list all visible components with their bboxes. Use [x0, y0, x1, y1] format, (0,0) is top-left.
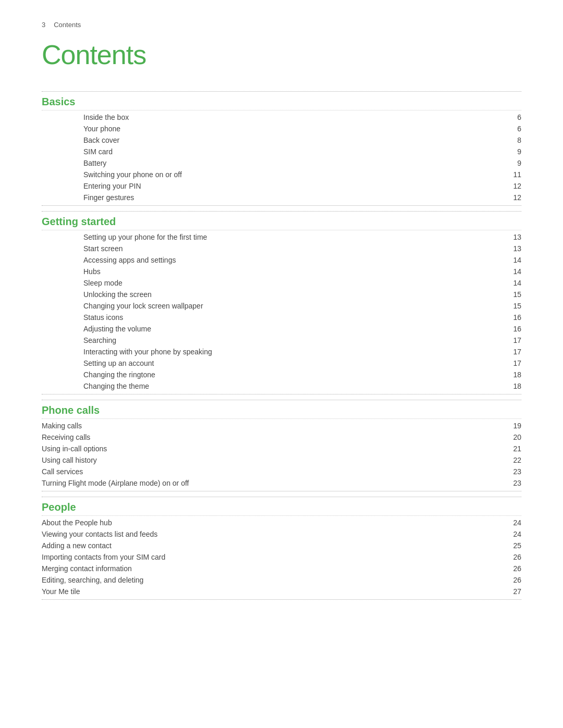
toc-item: Status icons16	[42, 312, 521, 323]
toc-item: Importing contacts from your SIM card26	[42, 551, 521, 563]
toc-item-page: 23	[506, 479, 521, 487]
toc-item-text: SIM card	[42, 147, 113, 156]
toc-item-text: Using in-call options	[42, 445, 107, 453]
toc-item-text: Inside the box	[42, 113, 129, 121]
toc-item-page: 25	[506, 541, 521, 550]
toc-item-page: 24	[506, 519, 521, 527]
toc-item: Your phone6	[42, 123, 521, 134]
toc-item: Merging contact information26	[42, 563, 521, 574]
toc-item-text: Battery	[42, 159, 106, 167]
toc-item: Editing, searching, and deleting26	[42, 574, 521, 586]
toc-item: Receiving calls20	[42, 431, 521, 443]
toc-item-text: Merging contact information	[42, 564, 132, 573]
toc-item-page: 17	[506, 336, 521, 344]
toc-item: Making calls19	[42, 420, 521, 431]
toc-item-text: Call services	[42, 467, 83, 476]
toc-item-page: 15	[506, 290, 521, 299]
toc-item: Setting up an account17	[42, 357, 521, 369]
toc-item: Your Me tile27	[42, 586, 521, 597]
toc-item-text: Adjusting the volume	[42, 325, 151, 333]
toc-item-text: Editing, searching, and deleting	[42, 576, 143, 584]
toc-item-page: 26	[506, 564, 521, 573]
toc-item-page: 18	[506, 371, 521, 379]
toc-item: SIM card9	[42, 146, 521, 157]
toc-item-page: 6	[506, 113, 521, 121]
toc-item-page: 18	[506, 382, 521, 390]
toc-list-phone-calls: Making calls19Receiving calls20Using in-…	[42, 420, 521, 489]
toc-item-text: Back cover	[42, 136, 119, 144]
toc-item-text: Receiving calls	[42, 433, 90, 441]
page-label: Contents	[54, 21, 81, 29]
toc-item: Changing the ringtone18	[42, 369, 521, 380]
toc-item-page: 14	[506, 267, 521, 276]
toc-item-text: Importing contacts from your SIM card	[42, 553, 165, 561]
toc-item-page: 13	[506, 233, 521, 241]
toc-item: Changing your lock screen wallpaper15	[42, 300, 521, 312]
toc-item-page: 17	[506, 359, 521, 367]
toc-item-text: Your Me tile	[42, 587, 80, 596]
toc-item-text: Setting up an account	[42, 359, 154, 367]
toc-item-text: Entering your PIN	[42, 182, 141, 190]
toc-item-page: 11	[506, 170, 521, 179]
toc-item-text: Start screen	[42, 244, 123, 253]
toc-item-page: 23	[506, 467, 521, 476]
toc-item: Call services23	[42, 466, 521, 477]
page-title: Contents	[42, 39, 521, 70]
toc-item-page: 16	[506, 313, 521, 322]
toc-item-text: Adding a new contact	[42, 541, 112, 550]
toc-item: Sleep mode14	[42, 277, 521, 289]
toc-item-text: About the People hub	[42, 519, 112, 527]
toc-item-text: Searching	[42, 336, 116, 344]
toc-item: Viewing your contacts list and feeds24	[42, 528, 521, 540]
toc-item: Turning Flight mode (Airplane mode) on o…	[42, 477, 521, 489]
toc-item: Accessing apps and settings14	[42, 254, 521, 266]
toc-item-page: 6	[506, 125, 521, 133]
section-phone-calls: Phone callsMaking calls19Receiving calls…	[42, 400, 521, 491]
toc-item-text: Finger gestures	[42, 193, 134, 202]
toc-item-page: 20	[506, 433, 521, 441]
toc-item-page: 26	[506, 553, 521, 561]
toc-item-page: 15	[506, 302, 521, 310]
toc-item-text: Sleep mode	[42, 279, 123, 287]
toc-item: Switching your phone on or off11	[42, 169, 521, 180]
toc-item-page: 9	[506, 159, 521, 167]
toc-item: Adding a new contact25	[42, 540, 521, 551]
toc-item-text: Switching your phone on or off	[42, 170, 182, 179]
toc-item: Changing the theme18	[42, 380, 521, 392]
toc-item-page: 9	[506, 147, 521, 156]
toc-item-page: 12	[506, 193, 521, 202]
toc-container: BasicsInside the box6Your phone6Back cov…	[42, 91, 521, 600]
section-header-basics: Basics	[42, 96, 521, 108]
toc-item: Finger gestures12	[42, 192, 521, 203]
section-basics: BasicsInside the box6Your phone6Back cov…	[42, 91, 521, 206]
toc-item-text: Changing your lock screen wallpaper	[42, 302, 203, 310]
toc-item: Using call history22	[42, 454, 521, 466]
toc-item: Unlocking the screen15	[42, 289, 521, 300]
toc-item: Battery9	[42, 157, 521, 169]
toc-item: Hubs14	[42, 266, 521, 277]
section-people: PeopleAbout the People hub24Viewing your…	[42, 497, 521, 600]
toc-item-page: 8	[506, 136, 521, 144]
toc-item-page: 13	[506, 244, 521, 253]
toc-item-page: 12	[506, 182, 521, 190]
toc-item-text: Changing the ringtone	[42, 371, 155, 379]
toc-item-text: Interacting with your phone by speaking	[42, 348, 212, 356]
toc-item-text: Viewing your contacts list and feeds	[42, 530, 157, 538]
toc-item-page: 16	[506, 325, 521, 333]
toc-item-text: Changing the theme	[42, 382, 149, 390]
toc-item: Inside the box6	[42, 112, 521, 123]
toc-item-text: Status icons	[42, 313, 123, 322]
toc-item-text: Your phone	[42, 125, 120, 133]
toc-item-page: 27	[506, 587, 521, 596]
toc-item-page: 22	[506, 456, 521, 464]
toc-item-text: Unlocking the screen	[42, 290, 152, 299]
toc-item-text: Setting up your phone for the first time	[42, 233, 207, 241]
toc-item: Using in-call options21	[42, 443, 521, 454]
toc-item-page: 17	[506, 348, 521, 356]
toc-item-page: 14	[506, 279, 521, 287]
toc-item-page: 24	[506, 530, 521, 538]
toc-item-page: 14	[506, 256, 521, 264]
toc-list-basics: Inside the box6Your phone6Back cover8SIM…	[42, 112, 521, 203]
section-header-phone-calls: Phone calls	[42, 404, 521, 416]
toc-item-text: Turning Flight mode (Airplane mode) on o…	[42, 479, 189, 487]
